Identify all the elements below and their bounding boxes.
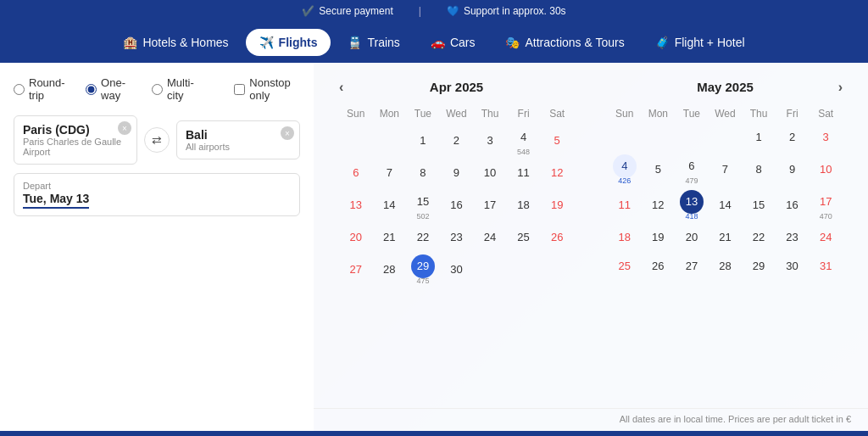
calendar-day[interactable]: 25: [608, 252, 642, 281]
calendar-day[interactable]: 8: [742, 152, 776, 187]
calendar-day[interactable]: 29: [742, 252, 776, 281]
round-trip-option[interactable]: Round-trip: [14, 76, 69, 102]
calendar-day[interactable]: 28: [373, 252, 407, 288]
depart-date-field[interactable]: Depart Tue, May 13: [14, 173, 300, 216]
day-number: 3: [814, 126, 837, 149]
depart-value: Tue, May 13: [23, 192, 89, 209]
calendar-day[interactable]: 20: [675, 223, 709, 252]
calendar-day[interactable]: 26: [540, 223, 574, 252]
calendar-day[interactable]: 10: [473, 159, 507, 187]
calendar-day[interactable]: 16: [440, 187, 474, 223]
day-number: 4: [613, 154, 637, 178]
calendar-day[interactable]: 22: [406, 223, 440, 252]
calendar-day[interactable]: 13: [339, 187, 373, 223]
weekday-tue: Tue: [675, 104, 709, 123]
calendar-day[interactable]: 6: [339, 159, 373, 187]
day-price: 418: [676, 212, 707, 221]
weekday-mon: Mon: [373, 104, 407, 123]
calendar-day[interactable]: 26: [642, 252, 676, 281]
day-number: 19: [646, 226, 670, 249]
calendar-day[interactable]: 4426: [608, 152, 642, 187]
calendar-day[interactable]: 14: [709, 187, 743, 223]
calendar-day[interactable]: 1: [406, 123, 440, 159]
calendar-day[interactable]: 27: [339, 252, 373, 288]
calendar-day[interactable]: 15502: [406, 187, 440, 223]
calendar-day[interactable]: 24: [809, 223, 843, 252]
tab-cars[interactable]: 🚗 Cars: [417, 29, 489, 56]
calendar-day[interactable]: 20: [339, 223, 373, 252]
calendar-day[interactable]: 19: [642, 223, 676, 252]
calendar-day[interactable]: 7: [373, 159, 407, 187]
calendar-day[interactable]: 19: [540, 187, 574, 223]
calendar-day[interactable]: 25: [507, 223, 541, 252]
calendar-day[interactable]: 9: [776, 152, 810, 187]
day-price: 479: [676, 176, 707, 185]
calendar-day[interactable]: 21: [373, 223, 407, 252]
next-month-button[interactable]: ›: [838, 80, 843, 95]
day-number: 5: [646, 158, 670, 182]
calendar-april-header: ‹ Apr 2025: [339, 80, 574, 94]
one-way-option[interactable]: One-way: [86, 76, 135, 102]
day-number: 7: [377, 161, 401, 185]
calendar-day[interactable]: 8: [406, 159, 440, 187]
calendar-day[interactable]: 13418: [675, 187, 709, 223]
calendar-day[interactable]: 17: [473, 187, 507, 223]
calendar-may: May 2025 › Sun Mon Tue Wed Thu Fri: [608, 80, 843, 400]
nonstop-option[interactable]: Nonstop only: [234, 76, 300, 102]
tab-flight-hotel[interactable]: 🧳 Flight + Hotel: [642, 29, 759, 56]
calendar-day[interactable]: 7: [709, 152, 743, 187]
calendars-row: ‹ Apr 2025 Sun Mon Tue Wed Thu Fri: [314, 63, 868, 408]
calendar-day[interactable]: 22: [742, 223, 776, 252]
prev-month-button[interactable]: ‹: [339, 80, 343, 95]
calendar-day[interactable]: 31: [809, 252, 843, 281]
swap-airports-button[interactable]: ⇄: [144, 127, 170, 153]
tab-attractions[interactable]: 🎭 Attractions & Tours: [492, 29, 637, 56]
origin-field[interactable]: Paris (CDG) Paris Charles de Gaulle Airp…: [14, 115, 137, 165]
calendar-day[interactable]: 11: [507, 159, 541, 187]
calendar-day[interactable]: 5: [540, 123, 574, 159]
calendar-day[interactable]: 9: [440, 159, 474, 187]
tab-flights[interactable]: ✈️ Flights: [246, 29, 331, 56]
day-number: 13: [344, 193, 368, 217]
calendar-day[interactable]: 30: [776, 252, 810, 281]
tab-hotels[interactable]: 🏨 Hotels & Homes: [109, 29, 242, 56]
calendar-day[interactable]: 18: [507, 187, 541, 223]
multi-city-option[interactable]: Multi-city: [152, 76, 200, 102]
destination-field[interactable]: Bali All airports ×: [176, 120, 300, 159]
calendar-day[interactable]: 2: [776, 123, 810, 152]
calendar-day[interactable]: 30: [440, 252, 474, 288]
tab-trains[interactable]: 🚆 Trains: [334, 29, 413, 56]
calendar-day[interactable]: 17470: [809, 187, 843, 223]
calendar-day[interactable]: 5: [642, 152, 676, 187]
calendar-day[interactable]: 29475: [406, 252, 440, 288]
calendar-day[interactable]: 2: [440, 123, 474, 159]
weekday-thu: Thu: [473, 104, 507, 123]
calendar-day[interactable]: 3: [809, 123, 843, 152]
calendar-day[interactable]: 28: [709, 252, 743, 281]
calendar-day[interactable]: 18: [608, 223, 642, 252]
calendar-day[interactable]: 3: [473, 123, 507, 159]
day-number: 16: [444, 193, 468, 217]
calendar-day[interactable]: 4548: [507, 123, 541, 159]
calendar-day[interactable]: 14: [373, 187, 407, 223]
calendar-day[interactable]: 6479: [675, 152, 709, 187]
calendar-day[interactable]: 12: [540, 159, 574, 187]
calendar-day[interactable]: 10: [809, 152, 843, 187]
calendar-day[interactable]: 23: [776, 223, 810, 252]
calendar-day[interactable]: 1: [742, 123, 776, 152]
calendar-day[interactable]: 11: [608, 187, 642, 223]
calendar-day[interactable]: 24: [473, 223, 507, 252]
weekday-mon: Mon: [642, 104, 676, 123]
calendar-day[interactable]: 15: [742, 187, 776, 223]
calendar-day[interactable]: 27: [675, 252, 709, 281]
weekday-sat: Sat: [809, 104, 843, 123]
calendar-day[interactable]: 23: [440, 223, 474, 252]
calendar-day[interactable]: 12: [642, 187, 676, 223]
day-number: 14: [713, 193, 737, 217]
calendar-day[interactable]: 16: [776, 187, 810, 223]
origin-clear-button[interactable]: ×: [118, 121, 131, 135]
destination-clear-button[interactable]: ×: [281, 126, 294, 140]
weekday-sun: Sun: [339, 104, 373, 123]
day-number: 15: [747, 193, 771, 217]
calendar-day[interactable]: 21: [709, 223, 743, 252]
